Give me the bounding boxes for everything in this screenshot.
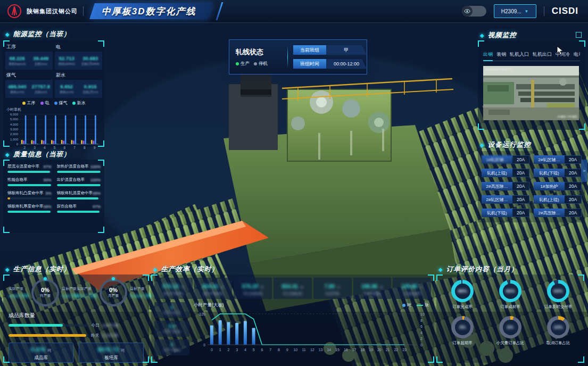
efficiency-card: 576.23 吨累计产量(吨) <box>154 278 193 299</box>
svg-text:19: 19 <box>369 348 373 352</box>
svg-text:4: 4 <box>420 331 423 335</box>
cisdi-brand-logo: CISDI <box>552 6 578 16</box>
video-tab[interactable]: 轧机出口 <box>533 51 552 61</box>
device-row: 1#加热炉20A <box>534 182 582 190</box>
line-status-title: 轧线状态 <box>236 47 282 57</box>
quality-item: 钢板终轧厚度命中率98% <box>7 204 52 213</box>
legend-dot <box>22 102 26 105</box>
svg-text:120: 120 <box>199 312 205 316</box>
energy-value: 6.652 <box>60 84 73 89</box>
svg-text:2: 2 <box>227 348 229 352</box>
energy-monitor-panel: 工序 68.226单耗(kgce/t) 39.449总耗(tce) 电 52.7… <box>3 40 104 147</box>
quality-item: 层流冷温度命中率97% <box>7 164 52 173</box>
order-kpi: 5% 小欠量订单占比 <box>487 316 533 346</box>
video-monitor-panel: 出钢 装钢 轧机入口 轧机出口 中间冷 电动辊 09/13/2023 09:38… <box>478 40 585 130</box>
legend-dot <box>54 102 57 105</box>
svg-text:4,000: 4,000 <box>10 123 19 126</box>
production-panel-title: ◆ 生产信息（实时） <box>5 265 71 274</box>
video-tab[interactable]: 中间冷 <box>556 51 570 61</box>
progress-fill <box>7 197 10 199</box>
shift-stat-card: 0当班计划(块) <box>154 302 189 318</box>
visibility-toggle[interactable] <box>462 6 486 16</box>
diamond-icon: ◆ <box>438 267 443 272</box>
svg-text:8: 8 <box>278 348 280 352</box>
svg-text:17: 17 <box>352 348 357 352</box>
svg-text:8: 8 <box>420 319 423 322</box>
efficiency-card: 654.41 块累计产量(块) <box>194 278 233 299</box>
svg-text:14: 14 <box>327 348 331 352</box>
panel-collapse-icon[interactable] <box>576 32 582 38</box>
legend-dot <box>40 102 44 105</box>
line-status-panel: 轧线状态 生产 停机 当前班组 甲 班组时间 00:00-12:00 <box>229 39 367 74</box>
svg-text:13: 13 <box>319 348 323 352</box>
device-row: 轧机(上辊)20A <box>482 169 529 177</box>
svg-text:21: 21 <box>386 348 390 352</box>
svg-text:2,000: 2,000 <box>10 132 19 136</box>
svg-text:22: 22 <box>394 348 398 352</box>
energy-chart-ylabel: 小时单耗 <box>6 107 102 112</box>
svg-text:1: 1 <box>219 348 221 352</box>
shift-team-chip: 当前班组 甲 <box>293 45 367 55</box>
diamond-icon: ◆ <box>5 152 10 157</box>
svg-text:0: 0 <box>16 143 19 146</box>
daily-output-gauge: 实际产量 0.045 万吨 0% 日产量 目标产量 9.00 万吨 <box>9 279 77 306</box>
eye-icon <box>464 8 470 14</box>
svg-text:8: 8 <box>84 146 86 149</box>
energy-group-gas: 煤气 486.040单耗(m³/t) 27757.8总耗(m³) <box>5 71 53 98</box>
video-tab[interactable]: 出钢 <box>483 51 493 61</box>
dropdown-value: H2309... <box>501 9 521 14</box>
efficiency-card: 196.86 秒块平均耗时 <box>353 278 392 299</box>
hourly-chart-legend: 吨 块 <box>402 302 429 308</box>
shift-stat-card: 0小时产量(块) <box>154 339 189 355</box>
gauge-ring: 0% 月产量 <box>100 279 127 306</box>
hourly-output-chart: 1200024681001234567891011121314151617181… <box>194 309 430 359</box>
video-tab[interactable]: 轧机入口 <box>510 51 529 61</box>
legend-line <box>417 305 423 306</box>
video-tab[interactable]: 电动辊 <box>574 51 580 61</box>
side-panel-handle[interactable]: » <box>581 160 587 182</box>
status-dot-stopped <box>254 62 257 65</box>
legend-dot <box>402 304 405 307</box>
video-timestamp: 09/13/2023 09:38:27 <box>485 68 511 71</box>
donut-gauge: 93% <box>547 280 569 302</box>
quality-item: 加热炉温度合格率100% <box>57 164 101 173</box>
svg-text:0: 0 <box>211 348 213 352</box>
progress-fill <box>9 334 86 337</box>
svg-text:7: 7 <box>73 146 76 149</box>
line-status-legend: 生产 停机 <box>236 61 282 67</box>
video-panel-title: ◆ 视频监控 <box>480 31 517 40</box>
donut-gauge: 10% <box>547 316 569 338</box>
production-efficiency-panel: 576.23 吨累计产量(吨) 654.41 块累计产量(块) 576.20 吨… <box>151 274 434 363</box>
svg-text:4: 4 <box>44 146 46 149</box>
energy-value: 486.040 <box>8 84 26 89</box>
progress-fill <box>7 184 51 186</box>
line-select-dropdown[interactable]: H2309... ▼ <box>494 4 536 18</box>
video-tab[interactable]: 装钢 <box>496 51 506 61</box>
svg-text:0: 0 <box>420 343 423 347</box>
svg-text:4: 4 <box>244 348 246 352</box>
svg-text:9: 9 <box>286 348 288 352</box>
energy-chart-legend: 工序 电 煤气 新水 <box>5 100 102 106</box>
svg-text:18: 18 <box>360 348 365 352</box>
svg-text:3,000: 3,000 <box>10 128 19 131</box>
video-feed[interactable]: 09/13/2023 09:38:27 出钢区 1号相机 <box>483 66 579 120</box>
device-row: 2#轧区辅…20A <box>482 195 529 204</box>
efficiency-card: 654.41 块日计划量(块) <box>274 278 312 299</box>
header-divider <box>83 6 84 16</box>
diamond-icon: ◆ <box>153 267 158 272</box>
progress-fill <box>57 211 100 213</box>
svg-text:6: 6 <box>420 325 423 328</box>
svg-text:9: 9 <box>94 146 96 149</box>
svg-text:5: 5 <box>54 146 56 149</box>
svg-text:6: 6 <box>64 146 66 149</box>
device-row: 轧机(上辊)20A <box>534 195 582 204</box>
svg-text:11: 11 <box>302 348 305 352</box>
toggle-knob[interactable] <box>462 6 473 16</box>
svg-text:0: 0 <box>203 343 205 347</box>
device-monitor-panel: 1#轧区辅…20A 2#轧区辅…20A 轧机(上辊)20A 轧机(下辊)20A … <box>478 151 585 222</box>
svg-text:10: 10 <box>293 348 297 352</box>
svg-text:6: 6 <box>261 348 263 352</box>
top-header-bar: 陕钢集团汉钢公司 中厚板3D数字化产线 H2309... ▼ CISDI <box>0 0 588 23</box>
order-evaluation-panel: 98% 订单完成率 95% 订单成材率 93% 订单及时交付率 3% 订单超期率… <box>436 274 584 363</box>
svg-text:2: 2 <box>24 146 26 149</box>
